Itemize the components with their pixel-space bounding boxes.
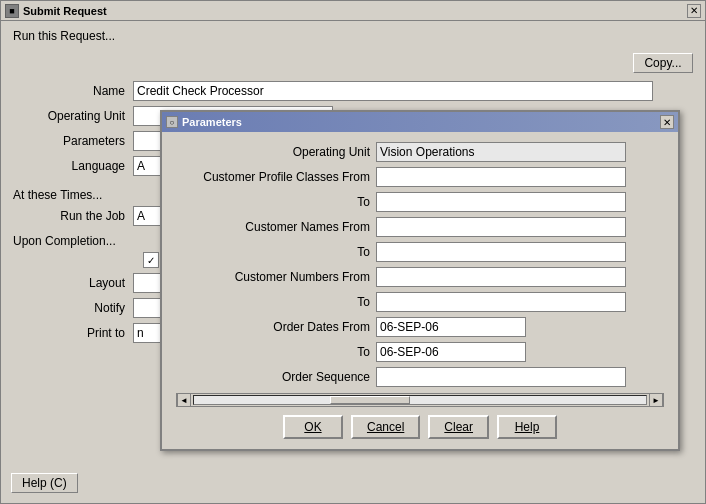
scroll-left-button[interactable]: ◄ xyxy=(177,393,191,407)
params-input-6[interactable] xyxy=(376,292,626,312)
params-label-2: To xyxy=(176,195,376,209)
run-job-label: Run the Job xyxy=(13,209,133,223)
name-input[interactable] xyxy=(133,81,653,101)
params-input-5[interactable] xyxy=(376,267,626,287)
parameters-dialog: ○ Parameters ✕ Operating Unit Customer P… xyxy=(160,110,680,451)
close-button[interactable]: ✕ xyxy=(687,4,701,18)
ok-button[interactable]: OK xyxy=(283,415,343,439)
params-label-6: To xyxy=(176,295,376,309)
completion-checkbox[interactable]: ✓ xyxy=(143,252,159,268)
params-field-1: Customer Profile Classes From xyxy=(176,167,664,187)
params-field-8: To xyxy=(176,342,664,362)
help-dialog-button[interactable]: Help xyxy=(497,415,557,439)
scrollbar-track[interactable] xyxy=(193,395,647,405)
params-field-4: To xyxy=(176,242,664,262)
params-input-0[interactable] xyxy=(376,142,626,162)
copy-button[interactable]: Copy... xyxy=(633,53,693,73)
params-input-4[interactable] xyxy=(376,242,626,262)
notify-label: Notify xyxy=(13,301,133,315)
window-title: Submit Request xyxy=(23,5,107,17)
operating-unit-label: Operating Unit xyxy=(13,109,133,123)
name-row: Name xyxy=(13,81,693,101)
params-titlebar: ○ Parameters ✕ xyxy=(162,112,678,132)
scrollbar-thumb[interactable] xyxy=(330,396,410,404)
params-button-row: OK Cancel Clear Help xyxy=(176,415,664,439)
name-label: Name xyxy=(13,84,133,98)
copy-btn-row: Copy... xyxy=(13,53,693,73)
params-field-6: To xyxy=(176,292,664,312)
params-input-7[interactable] xyxy=(376,317,526,337)
params-label-4: To xyxy=(176,245,376,259)
params-title: Parameters xyxy=(182,116,242,128)
params-titlebar-left: ○ Parameters xyxy=(166,116,242,128)
params-input-1[interactable] xyxy=(376,167,626,187)
params-body: Operating Unit Customer Profile Classes … xyxy=(162,132,678,449)
window-icon: ■ xyxy=(5,4,19,18)
clear-button[interactable]: Clear xyxy=(428,415,489,439)
layout-label: Layout xyxy=(13,276,133,290)
params-label-8: To xyxy=(176,345,376,359)
params-field-2: To xyxy=(176,192,664,212)
params-label-9: Order Sequence xyxy=(176,370,376,384)
params-input-3[interactable] xyxy=(376,217,626,237)
titlebar-left: ■ Submit Request xyxy=(5,4,107,18)
params-label-5: Customer Numbers From xyxy=(176,270,376,284)
language-label: Language xyxy=(13,159,133,173)
scroll-right-button[interactable]: ► xyxy=(649,393,663,407)
submit-titlebar: ■ Submit Request ✕ xyxy=(1,1,705,21)
cancel-button[interactable]: Cancel xyxy=(351,415,420,439)
params-field-3: Customer Names From xyxy=(176,217,664,237)
params-field-9: Order Sequence xyxy=(176,367,664,387)
params-input-8[interactable] xyxy=(376,342,526,362)
params-field-0: Operating Unit xyxy=(176,142,664,162)
help-button[interactable]: Help (C) xyxy=(11,473,78,493)
params-input-2[interactable] xyxy=(376,192,626,212)
params-label-0: Operating Unit xyxy=(176,145,376,159)
print-to-label: Print to xyxy=(13,326,133,340)
params-label-7: Order Dates From xyxy=(176,320,376,334)
help-row: Help (C) xyxy=(11,473,78,493)
scrollbar: ◄ ► xyxy=(176,393,664,407)
params-window-icon: ○ xyxy=(166,116,178,128)
params-label-3: Customer Names From xyxy=(176,220,376,234)
params-label-1: Customer Profile Classes From xyxy=(176,170,376,184)
params-field-7: Order Dates From xyxy=(176,317,664,337)
params-close-button[interactable]: ✕ xyxy=(660,115,674,129)
params-input-9[interactable] xyxy=(376,367,626,387)
params-field-5: Customer Numbers From xyxy=(176,267,664,287)
parameters-label: Parameters xyxy=(13,134,133,148)
run-request-label: Run this Request... xyxy=(13,29,693,43)
